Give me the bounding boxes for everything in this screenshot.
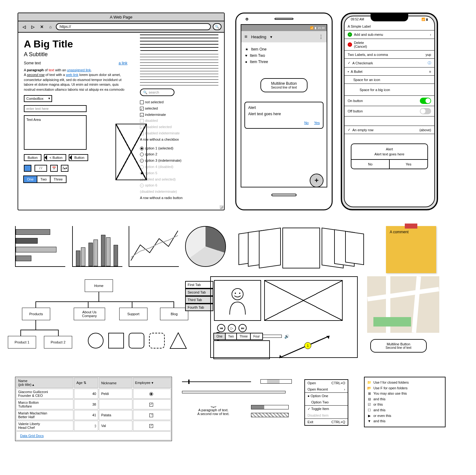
context-menu[interactable]: OpenCTRL+O Open Recent› ● Option One Opt… xyxy=(304,379,348,426)
list-item[interactable]: ♥Item Two xyxy=(245,52,323,59)
list-row-checkmark[interactable]: ✓A Checkmarkⓘ xyxy=(345,59,434,67)
sitemap-product1[interactable]: Product 1 xyxy=(8,336,36,348)
vtab-second[interactable]: Second Tab xyxy=(185,289,213,296)
rewind-button[interactable]: ⏮ xyxy=(217,324,225,332)
segmented-control[interactable]: One Two Three xyxy=(24,175,127,183)
table-row[interactable]: Marco BottonTuttofare38 xyxy=(16,399,171,409)
radio-indeterminate[interactable]: option 3 (indeterminate) xyxy=(140,158,218,164)
col-age[interactable]: Age ⇅ xyxy=(74,378,98,388)
list-row-toggle[interactable]: On button xyxy=(345,96,434,106)
col-nickname[interactable]: Nickname xyxy=(99,378,132,388)
grid-docs-link[interactable]: Data Grid Docs xyxy=(18,433,45,439)
table-row[interactable]: Valerie LibertyHead Chef:)Val xyxy=(16,421,171,431)
home-icon[interactable]: ⌂ xyxy=(47,23,54,30)
hslider[interactable] xyxy=(182,381,251,382)
list-row-add[interactable]: +Add and sub-menu› xyxy=(345,30,434,39)
toggle-on[interactable] xyxy=(420,98,431,104)
toggle-off[interactable] xyxy=(420,108,431,114)
htab-two[interactable]: Two xyxy=(225,333,237,340)
list-row-bullet[interactable]: •A Bullet≡ xyxy=(345,67,434,76)
menu-open[interactable]: OpenCTRL+O xyxy=(305,380,348,386)
list-row-delete[interactable]: −Delete(Cancel) xyxy=(345,39,434,51)
list-row[interactable]: ✓An empty row(above) xyxy=(345,126,434,134)
back-button[interactable]: < Button xyxy=(44,154,66,161)
no-button[interactable]: No xyxy=(351,160,390,169)
table-row[interactable]: Mariah MaclachlanBetter Half41Patata xyxy=(16,410,171,420)
checkbox-icon[interactable] xyxy=(149,424,153,428)
radio-icon[interactable] xyxy=(149,392,153,396)
button[interactable]: Button xyxy=(24,154,41,161)
sticky-note[interactable]: A comment xyxy=(386,226,436,273)
resize-handle[interactable] xyxy=(220,205,223,209)
text-input[interactable]: enter text here xyxy=(24,105,87,112)
list-row[interactable]: A Simple Label xyxy=(345,22,434,30)
sitemap-home[interactable]: Home xyxy=(85,279,113,292)
back-icon[interactable]: ◁ xyxy=(21,23,28,30)
url-input[interactable]: https:// xyxy=(56,23,211,30)
col-employee[interactable]: Employee ▾ xyxy=(133,378,171,388)
menu-option-two[interactable]: Option Two xyxy=(305,399,348,405)
info-icon[interactable]: ⓘ xyxy=(428,61,431,65)
sitemap-support[interactable]: Support xyxy=(119,308,147,320)
vtab-third[interactable]: Third Tab xyxy=(185,296,213,304)
multiline-button[interactable]: Multiline Button Second line of text xyxy=(260,78,308,92)
calendar-icon[interactable]: 📅 xyxy=(50,165,58,172)
close-icon[interactable]: ✕ xyxy=(38,23,45,30)
sitemap-blog[interactable]: Blog xyxy=(160,308,188,320)
go-button[interactable]: 🔍 xyxy=(213,23,222,30)
multiline-button[interactable]: Multiline Button Second line of text xyxy=(370,339,427,353)
link[interactable]: a link xyxy=(119,61,127,65)
menu-open-recent[interactable]: Open Recent› xyxy=(305,386,348,392)
textarea[interactable]: Text Area xyxy=(24,115,87,150)
yes-button[interactable]: Yes xyxy=(390,160,427,169)
tag-button[interactable]: Button xyxy=(69,154,88,161)
numeric-stepper[interactable]: 3▴▾ xyxy=(61,165,68,172)
hsplitter[interactable] xyxy=(182,391,286,393)
combobox[interactable]: ComboBox xyxy=(24,95,52,102)
forward-icon[interactable]: ▷ xyxy=(29,23,36,30)
checkbox-icon[interactable] xyxy=(149,413,153,417)
htab-one[interactable]: One xyxy=(213,333,226,340)
chevron-down-icon[interactable]: ▾ xyxy=(270,35,272,39)
vtab-first[interactable]: First Tab xyxy=(185,281,213,289)
checkbox-unchecked[interactable]: not selected xyxy=(140,99,218,105)
color-picker[interactable] xyxy=(24,165,31,172)
video-player[interactable] xyxy=(264,280,343,321)
map-widget[interactable] xyxy=(367,276,439,333)
checkbox-checked[interactable]: selected xyxy=(140,105,218,112)
list-row[interactable]: Two Labels, and a commayup xyxy=(345,51,434,59)
sitemap-product2[interactable]: Product 2 xyxy=(44,336,72,348)
sitemap-products[interactable]: Products xyxy=(22,308,50,320)
htab-three[interactable]: Three xyxy=(236,333,251,340)
sitemap-about[interactable]: About Us Company xyxy=(74,308,105,320)
forward-button[interactable]: ⏭ xyxy=(238,324,247,332)
coverflow[interactable] xyxy=(238,226,364,270)
hamburger-icon[interactable]: ≡ xyxy=(244,34,247,40)
menu-option-one[interactable]: ● Option One xyxy=(305,393,348,399)
htab-four[interactable]: Four xyxy=(250,333,263,340)
list-row[interactable]: Space for an icon xyxy=(345,76,434,84)
hscrollbar[interactable] xyxy=(260,379,292,384)
play-button[interactable]: ▷ xyxy=(228,324,236,332)
menu-toggle-item[interactable]: ✓ Toggle Item xyxy=(305,406,348,412)
list-item[interactable]: ●Item Three xyxy=(245,59,323,65)
home-bar[interactable] xyxy=(271,194,297,196)
date-input[interactable]: / / xyxy=(35,165,47,172)
radio-selected[interactable]: option 1 (selected) xyxy=(140,145,218,152)
checkbox-icon[interactable] xyxy=(149,403,153,407)
list-row-toggle[interactable]: Off button xyxy=(345,106,434,116)
data-grid[interactable]: Name (job title) ▴ Age ⇅ Nickname Employ… xyxy=(15,377,172,441)
seg-two[interactable]: Two xyxy=(37,175,51,183)
no-button[interactable]: No xyxy=(304,121,309,125)
radio-option[interactable]: option 2 xyxy=(140,151,218,158)
vtab-fourth[interactable]: Fourth Tab xyxy=(185,304,213,311)
col-name[interactable]: Name (job title) ▴ xyxy=(16,378,73,388)
search-input[interactable]: 🔍 search xyxy=(140,89,174,96)
menu-exit[interactable]: ExitCTRL+Q xyxy=(305,419,348,425)
table-row[interactable]: Giacomo GuilizzoniFounder & CEO40Peldi xyxy=(16,389,171,399)
seg-three[interactable]: Three xyxy=(50,175,67,183)
list-row[interactable]: Space for a big icon xyxy=(345,84,434,96)
list-item[interactable]: ★Item One xyxy=(245,46,323,52)
more-icon[interactable]: ⋮ xyxy=(318,34,324,40)
seg-one[interactable]: One xyxy=(23,175,37,183)
